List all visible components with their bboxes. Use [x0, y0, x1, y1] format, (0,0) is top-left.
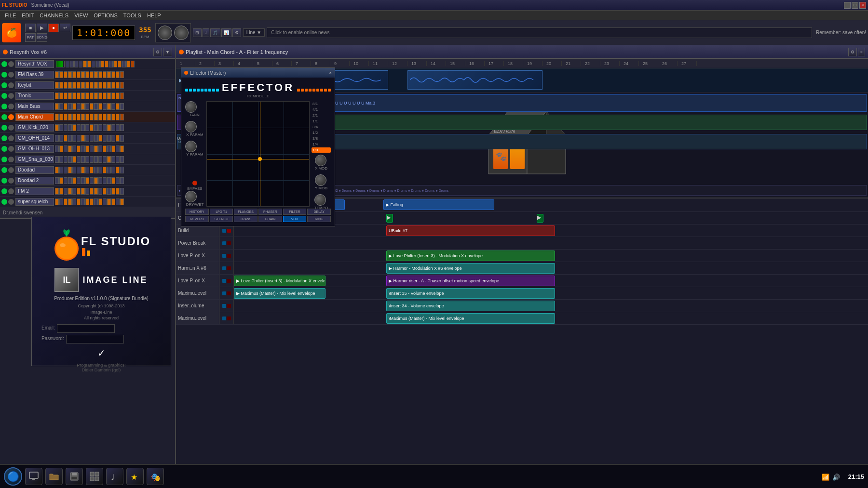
pad[interactable]	[85, 145, 89, 152]
track-ctrl-btn[interactable]	[227, 254, 231, 258]
channel-mute-btn[interactable]	[1, 72, 7, 78]
fl-logo-button[interactable]: 🍊	[2, 23, 21, 42]
pad[interactable]	[111, 114, 115, 120]
email-input[interactable]	[57, 324, 115, 333]
taskbar-icon-save[interactable]	[66, 468, 83, 485]
pad[interactable]	[94, 124, 98, 131]
pad[interactable]	[68, 188, 72, 195]
pad[interactable]	[98, 145, 102, 152]
pad[interactable]	[68, 103, 72, 110]
pad[interactable]	[85, 188, 89, 195]
gain-knob[interactable]	[185, 101, 197, 113]
pad[interactable]	[90, 82, 94, 89]
btn-vox[interactable]: VOX	[283, 216, 307, 222]
effector-power[interactable]	[184, 71, 188, 75]
pad[interactable]	[72, 198, 76, 205]
channel-mute-btn[interactable]	[1, 157, 7, 162]
playlist-power[interactable]	[179, 50, 184, 54]
track-ctrl-btn[interactable]	[222, 279, 226, 283]
track-ctrl-btn[interactable]	[222, 304, 226, 308]
channel-name-fm2[interactable]: FM 2	[15, 187, 54, 195]
channel-rack-collapse[interactable]: ▼	[163, 48, 172, 56]
pad[interactable]	[85, 124, 89, 131]
pad[interactable]	[103, 82, 107, 89]
pad[interactable]	[120, 145, 124, 152]
pad[interactable]	[55, 114, 59, 120]
master-pitch-knob[interactable]	[174, 26, 189, 40]
pad[interactable]	[66, 61, 69, 67]
pad[interactable]	[94, 82, 98, 89]
pad[interactable]	[107, 145, 111, 152]
pad[interactable]	[81, 145, 85, 152]
track-content-powerbreak[interactable]	[234, 237, 868, 249]
pad[interactable]	[85, 156, 89, 163]
channel-mute-btn[interactable]	[1, 114, 7, 120]
channel-row-fm2[interactable]: FM 2	[0, 186, 175, 197]
channel-mute-btn[interactable]	[1, 199, 7, 205]
pad[interactable]	[120, 92, 124, 99]
pad[interactable]	[81, 92, 85, 99]
channel-rack-power[interactable]	[3, 50, 8, 54]
pad[interactable]	[55, 103, 59, 110]
pattern-button[interactable]: PAT	[25, 33, 36, 42]
pad[interactable]	[111, 71, 115, 78]
pad[interactable]	[120, 135, 124, 142]
song-button[interactable]: SONG	[37, 33, 47, 42]
btn-stereo[interactable]: STEREO	[210, 216, 233, 222]
pad[interactable]	[90, 177, 94, 184]
pad[interactable]	[77, 188, 81, 195]
pad[interactable]	[72, 177, 76, 184]
channel-rack-settings[interactable]: ⚙	[153, 48, 162, 56]
pad[interactable]	[94, 103, 98, 110]
pad[interactable]	[59, 145, 63, 152]
channel-row-tronic[interactable]: Tronic	[0, 91, 175, 101]
pad[interactable]	[109, 61, 113, 67]
menu-options[interactable]: OPTIONS	[91, 12, 121, 19]
btn-history[interactable]: HISTORY	[185, 209, 209, 215]
pad[interactable]	[98, 135, 102, 142]
pad[interactable]	[85, 82, 89, 89]
channel-row-kick[interactable]: GM_Kick_020	[0, 122, 175, 133]
track-ctrl-btn[interactable]	[227, 304, 231, 308]
channel-name-main-bass[interactable]: Main Bass	[15, 103, 54, 110]
channel-row-keybit[interactable]: Keybit	[0, 80, 175, 91]
track-ctrl-btn[interactable]	[222, 229, 226, 233]
loop-button[interactable]: ↩	[60, 24, 70, 32]
track-content-maximus-1[interactable]: ▶ Maximus (Master) - Mix level envelope …	[234, 287, 868, 299]
track-content-insert-vol[interactable]: \Insert 34 - Volume envelope	[234, 300, 868, 312]
pad[interactable]	[116, 114, 120, 120]
toolbar-btn-5[interactable]: ⚙	[232, 28, 241, 37]
pad[interactable]	[120, 198, 124, 205]
pad[interactable]	[72, 71, 76, 78]
pad[interactable]	[107, 114, 111, 120]
pad[interactable]	[90, 103, 94, 110]
btn-filter[interactable]: FILTER	[283, 209, 307, 215]
pad[interactable]	[90, 114, 94, 120]
btn-flanges[interactable]: FLANGES	[234, 209, 258, 215]
ratio-1-8[interactable]: 1/8	[312, 147, 331, 153]
pad[interactable]	[120, 103, 124, 110]
toolbar-btn-4[interactable]: 📊	[221, 28, 231, 37]
channel-row-fm-bass[interactable]: FM Bass 39	[0, 69, 175, 80]
pad[interactable]	[103, 114, 107, 120]
pad[interactable]	[77, 124, 81, 131]
channel-name-resynth-vox[interactable]: Resynth VOX	[15, 60, 54, 68]
password-input[interactable]	[66, 335, 124, 343]
pad[interactable]	[98, 167, 102, 173]
pad[interactable]	[59, 114, 63, 120]
pad[interactable]	[131, 61, 135, 67]
y-mod-knob[interactable]	[315, 174, 326, 186]
pad[interactable]	[72, 145, 76, 152]
window-controls[interactable]: _ □ ×	[844, 2, 866, 9]
pad[interactable]	[98, 103, 102, 110]
pad[interactable]	[68, 177, 72, 184]
channel-row-sna[interactable]: GM_Sna_p_030	[0, 154, 175, 165]
pad[interactable]	[111, 103, 115, 110]
pad[interactable]	[70, 61, 74, 67]
pad[interactable]	[55, 92, 59, 99]
channel-name-tronic[interactable]: Tronic	[15, 92, 54, 100]
ratio-3-8[interactable]: 3/8	[312, 136, 331, 141]
play-button[interactable]: ▶	[37, 24, 47, 32]
pad[interactable]	[87, 61, 91, 67]
pad[interactable]	[96, 61, 100, 67]
